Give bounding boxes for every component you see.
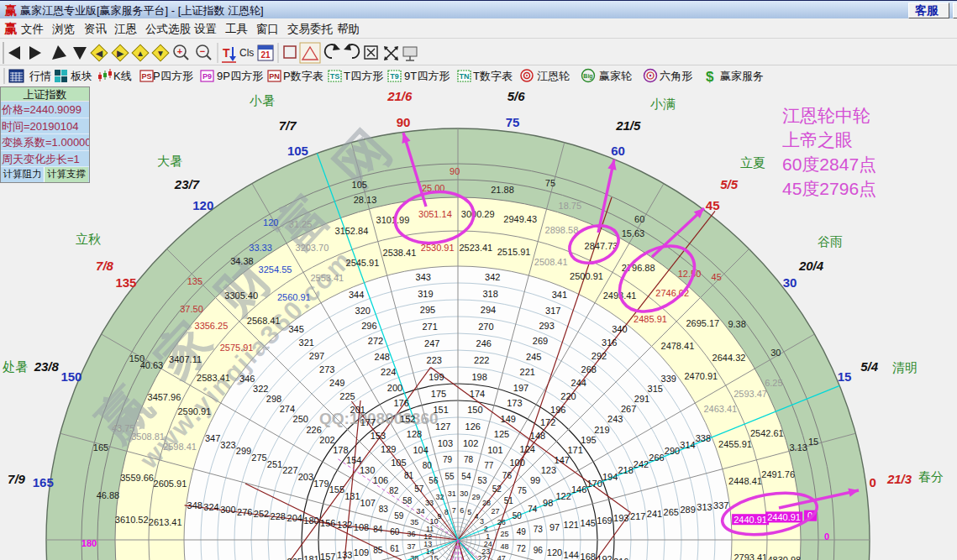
svg-text:6: 6: [460, 506, 464, 515]
svg-text:29: 29: [471, 493, 480, 501]
svg-text:102: 102: [463, 438, 478, 448]
svg-text:175: 175: [431, 389, 446, 399]
svg-text:26: 26: [497, 518, 506, 526]
svg-text:297: 297: [309, 351, 324, 361]
svg-text:107: 107: [360, 498, 376, 508]
svg-text:2470.91: 2470.91: [684, 371, 718, 381]
svg-text:180: 180: [82, 538, 97, 548]
svg-text:205: 205: [287, 557, 302, 560]
svg-text:338: 338: [696, 433, 711, 443]
svg-text:谷雨: 谷雨: [818, 234, 843, 249]
svg-text:3610.52: 3610.52: [115, 515, 149, 525]
svg-text:121: 121: [564, 520, 579, 530]
svg-text:124: 124: [520, 444, 535, 454]
svg-text:73: 73: [534, 525, 544, 534]
svg-text:267: 267: [621, 404, 636, 414]
svg-text:105: 105: [352, 180, 367, 190]
svg-text:170: 170: [586, 479, 602, 489]
svg-text:133: 133: [337, 550, 352, 560]
svg-text:PN: PN: [269, 72, 280, 81]
svg-text:18.75: 18.75: [559, 201, 582, 211]
svg-text:103: 103: [438, 438, 453, 448]
svg-text:27: 27: [491, 507, 499, 516]
svg-text:122: 122: [555, 491, 571, 501]
svg-text:33: 33: [425, 499, 434, 507]
svg-text:9.38: 9.38: [728, 319, 745, 329]
svg-text:小暑: 小暑: [249, 93, 275, 107]
svg-text:171: 171: [567, 445, 582, 455]
svg-text:2491.76: 2491.76: [761, 469, 795, 479]
svg-text:23/8: 23/8: [34, 359, 60, 374]
svg-text:TN: TN: [460, 72, 470, 81]
svg-text:23/7: 23/7: [174, 177, 200, 191]
svg-text:28: 28: [482, 499, 491, 507]
svg-text:+: +: [177, 46, 182, 56]
svg-text:242: 242: [634, 459, 649, 469]
svg-text:266: 266: [649, 453, 664, 463]
svg-text:15.63: 15.63: [622, 228, 645, 238]
svg-text:2949.43: 2949.43: [503, 214, 537, 224]
svg-text:178: 178: [333, 445, 348, 455]
svg-text:21/3: 21/3: [886, 472, 912, 486]
svg-text:45: 45: [712, 272, 722, 282]
svg-text:4830.98: 4830.98: [767, 555, 801, 560]
svg-text:31: 31: [448, 489, 456, 498]
svg-text:196: 196: [550, 405, 565, 415]
svg-text:大暑: 大暑: [157, 154, 182, 168]
svg-text:106: 106: [373, 475, 388, 485]
svg-text:79: 79: [443, 455, 453, 464]
svg-text:◀: ◀: [95, 49, 103, 58]
svg-text:56: 56: [429, 476, 439, 485]
svg-text:156: 156: [320, 518, 335, 528]
svg-text:219: 219: [594, 425, 609, 435]
svg-text:7/7: 7/7: [279, 118, 297, 133]
svg-text:六角形: 六角形: [660, 70, 692, 82]
svg-text:0: 0: [824, 531, 829, 542]
svg-text:55: 55: [445, 472, 455, 481]
svg-text:225: 225: [339, 391, 355, 401]
svg-text:181: 181: [303, 554, 318, 560]
svg-text:125: 125: [494, 429, 509, 439]
svg-text:319: 319: [418, 289, 433, 299]
svg-text:3559.66: 3559.66: [120, 473, 154, 483]
svg-text:P四方形: P四方形: [153, 70, 193, 82]
svg-text:▲: ▲: [136, 49, 145, 58]
svg-text:146: 146: [571, 484, 586, 495]
svg-text:59: 59: [394, 511, 404, 521]
svg-text:120: 120: [192, 198, 213, 212]
svg-text:25: 25: [500, 530, 508, 538]
svg-text:60: 60: [611, 144, 625, 158]
svg-text:180: 180: [303, 516, 318, 526]
svg-text:31.25: 31.25: [289, 219, 313, 229]
svg-text:217: 217: [630, 511, 645, 521]
svg-text:75: 75: [545, 178, 555, 188]
svg-text:53: 53: [478, 476, 488, 485]
svg-text:337: 337: [713, 500, 728, 510]
svg-text:82: 82: [389, 486, 399, 495]
svg-text:24: 24: [484, 540, 492, 548]
svg-text:小满: 小满: [649, 97, 676, 111]
svg-text:172: 172: [540, 417, 555, 427]
svg-text:江恩轮: 江恩轮: [537, 70, 570, 82]
svg-text:201: 201: [350, 405, 365, 415]
svg-text:342: 342: [485, 272, 500, 282]
svg-text:177: 177: [360, 417, 376, 427]
svg-text:197: 197: [513, 383, 528, 393]
svg-text:赢家服务: 赢家服务: [720, 70, 764, 82]
svg-text:52: 52: [492, 484, 502, 494]
svg-text:2847.73: 2847.73: [585, 241, 618, 251]
svg-text:P数字表: P数字表: [283, 70, 323, 82]
svg-text:101: 101: [487, 445, 502, 455]
svg-text:行情: 行情: [29, 70, 51, 82]
svg-text:21/6: 21/6: [386, 89, 413, 103]
svg-text:2695.17: 2695.17: [686, 318, 719, 328]
svg-text:清明: 清明: [892, 360, 918, 374]
svg-text:243: 243: [607, 414, 623, 424]
svg-text:222: 222: [474, 355, 489, 365]
svg-text:2575.91: 2575.91: [220, 343, 254, 353]
svg-text:3203.70: 3203.70: [296, 243, 329, 253]
svg-text:152: 152: [400, 414, 415, 424]
svg-text:246: 246: [476, 338, 492, 348]
svg-text:271: 271: [422, 322, 437, 332]
svg-text:298: 298: [266, 394, 281, 404]
